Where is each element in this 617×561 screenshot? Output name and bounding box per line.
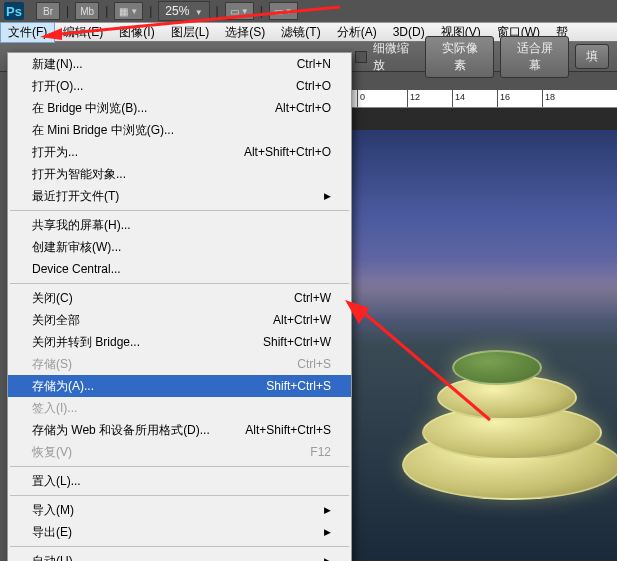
menu-separator [10, 210, 349, 211]
app-toolbar: Ps Br | Mb | ▦▼ | 25% ▼ | ▭▼ | ▭▼ [0, 0, 617, 22]
menu-item[interactable]: 在 Mini Bridge 中浏览(G)... [8, 119, 351, 141]
bridge-button[interactable]: Br [36, 2, 60, 20]
menu-separator [10, 466, 349, 467]
menu-item[interactable]: Device Central... [8, 258, 351, 280]
menu-item[interactable]: 最近打开文件(T)▶ [8, 185, 351, 207]
menu-item[interactable]: 打开为...Alt+Shift+Ctrl+O [8, 141, 351, 163]
menu-item[interactable]: 存储为 Web 和设备所用格式(D)...Alt+Shift+Ctrl+S [8, 419, 351, 441]
arrange-docs-button[interactable]: ▭▼ [269, 2, 298, 20]
menu-item[interactable]: 在 Bridge 中浏览(B)...Alt+Ctrl+O [8, 97, 351, 119]
menu-item[interactable]: 打开(O)...Ctrl+O [8, 75, 351, 97]
menu-layer[interactable]: 图层(L) [163, 22, 218, 43]
canvas-area: 0 12 14 16 18 [352, 90, 617, 561]
menu-file[interactable]: 文件(F) [0, 22, 55, 43]
view-extras-button[interactable]: ▭▼ [225, 2, 254, 20]
menu-item[interactable]: 自动(U)▶ [8, 550, 351, 561]
menu-separator [10, 546, 349, 547]
menu-item[interactable]: 存储为(A)...Shift+Ctrl+S [8, 375, 351, 397]
menu-image[interactable]: 图像(I) [111, 22, 162, 43]
menu-filter[interactable]: 滤镜(T) [273, 22, 328, 43]
menu-item: 存储(S)Ctrl+S [8, 353, 351, 375]
menu-item[interactable]: 关闭(C)Ctrl+W [8, 287, 351, 309]
menu-item: 签入(I)... [8, 397, 351, 419]
fit-screen-button[interactable]: 适合屏幕 [500, 36, 569, 78]
menu-separator [10, 283, 349, 284]
menu-item[interactable]: 置入(L)... [8, 470, 351, 492]
menu-item[interactable]: 创建新审核(W)... [8, 236, 351, 258]
file-dropdown-menu: 新建(N)...Ctrl+N打开(O)...Ctrl+O在 Bridge 中浏览… [7, 52, 352, 561]
ps-logo-icon: Ps [4, 2, 24, 20]
menu-item[interactable]: 关闭并转到 Bridge...Shift+Ctrl+W [8, 331, 351, 353]
menu-edit[interactable]: 编辑(E) [55, 22, 111, 43]
menu-item[interactable]: 打开为智能对象... [8, 163, 351, 185]
menu-item: 恢复(V)F12 [8, 441, 351, 463]
menu-item[interactable]: 导出(E)▶ [8, 521, 351, 543]
menu-separator [10, 495, 349, 496]
menu-item[interactable]: 导入(M)▶ [8, 499, 351, 521]
menu-item[interactable]: 共享我的屏幕(H)... [8, 214, 351, 236]
actual-pixels-button[interactable]: 实际像素 [425, 36, 494, 78]
screen-mode-button[interactable]: ▦▼ [114, 2, 143, 20]
menu-item[interactable]: 新建(N)...Ctrl+N [8, 53, 351, 75]
scrubby-zoom-label: 细微缩放 [373, 40, 420, 74]
horizontal-ruler: 0 12 14 16 18 [352, 90, 617, 108]
minibridge-button[interactable]: Mb [75, 2, 99, 20]
scrubby-zoom-checkbox[interactable] [355, 51, 367, 63]
zoom-level[interactable]: 25% ▼ [158, 1, 209, 21]
fill-screen-button[interactable]: 填 [575, 44, 609, 69]
menu-item[interactable]: 关闭全部Alt+Ctrl+W [8, 309, 351, 331]
menu-select[interactable]: 选择(S) [217, 22, 273, 43]
document-image[interactable] [352, 130, 617, 560]
